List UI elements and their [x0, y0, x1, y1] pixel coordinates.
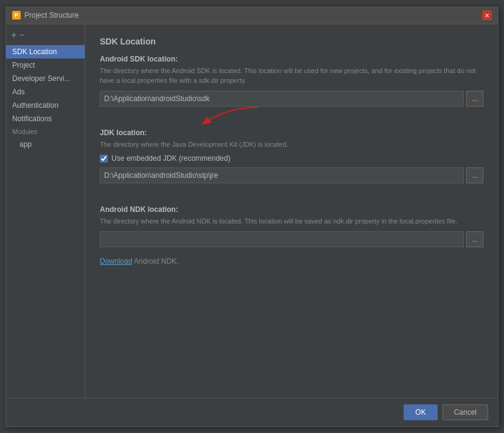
android-ndk-path-input[interactable] [100, 231, 464, 247]
page-title: SDK Location [100, 37, 483, 46]
sidebar-item-developer-services[interactable]: Developer Servi... [6, 72, 85, 85]
project-structure-dialog: P Project Structure ✕ + − SDK Location P… [5, 7, 499, 427]
android-sdk-browse-button[interactable]: ... [466, 91, 483, 107]
remove-button[interactable]: − [19, 30, 24, 40]
android-sdk-path-input[interactable] [100, 91, 464, 107]
sidebar: + − SDK Location Project Developer Servi… [6, 24, 85, 398]
android-sdk-input-row: ... [100, 91, 483, 107]
sidebar-actions: + − [6, 28, 85, 45]
sidebar-item-notifications[interactable]: Notifications [6, 112, 85, 125]
cancel-button[interactable]: Cancel [443, 404, 488, 420]
add-button[interactable]: + [11, 30, 16, 40]
android-sdk-description: The directory where the Android SDK is l… [100, 66, 483, 86]
jdk-description: The directory where the Java Development… [100, 139, 483, 150]
close-button[interactable]: ✕ [482, 10, 492, 20]
window-title: Project Structure [24, 11, 79, 19]
jdk-checkbox-row: Use embedded JDK (recommended) [100, 154, 483, 163]
title-bar-left: P Project Structure [12, 11, 79, 19]
sidebar-item-authentication[interactable]: Authentication [6, 99, 85, 112]
jdk-section: JDK location: The directory where the Ja… [100, 128, 483, 194]
android-ndk-section: Android NDK location: The directory wher… [100, 205, 483, 266]
dialog-body: + − SDK Location Project Developer Servi… [6, 24, 498, 398]
sidebar-item-app[interactable]: app [6, 138, 85, 151]
embedded-jdk-checkbox[interactable] [100, 155, 108, 163]
android-ndk-description: The directory where the Android NDK is l… [100, 216, 483, 227]
download-ndk-link[interactable]: Download [100, 257, 132, 266]
dialog-footer: OK Cancel [6, 398, 498, 426]
title-bar: P Project Structure ✕ [6, 7, 498, 24]
main-content: SDK Location Android SDK location: The d… [85, 24, 498, 398]
android-ndk-input-row: ... [100, 231, 483, 247]
modules-label: Modules [6, 125, 85, 138]
sidebar-item-sdk-location[interactable]: SDK Location [6, 45, 85, 58]
ok-button[interactable]: OK [404, 404, 437, 420]
window-icon: P [12, 11, 21, 19]
sidebar-item-ads[interactable]: Ads [6, 85, 85, 99]
red-arrow-annotation [191, 104, 264, 128]
android-ndk-browse-button[interactable]: ... [466, 231, 483, 247]
android-sdk-section: Android SDK location: The directory wher… [100, 55, 483, 116]
ndk-download-suffix: Android NDK. [134, 257, 178, 266]
jdk-path-input[interactable] [100, 167, 464, 183]
jdk-title: JDK location: [100, 128, 483, 137]
android-ndk-title: Android NDK location: [100, 205, 483, 214]
jdk-input-row: ... [100, 167, 483, 183]
ndk-download-text: Download Android NDK. [100, 257, 483, 266]
sidebar-item-project[interactable]: Project [6, 58, 85, 72]
jdk-browse-button[interactable]: ... [466, 167, 483, 183]
android-sdk-title: Android SDK location: [100, 55, 483, 63]
embedded-jdk-label: Use embedded JDK (recommended) [111, 154, 230, 163]
